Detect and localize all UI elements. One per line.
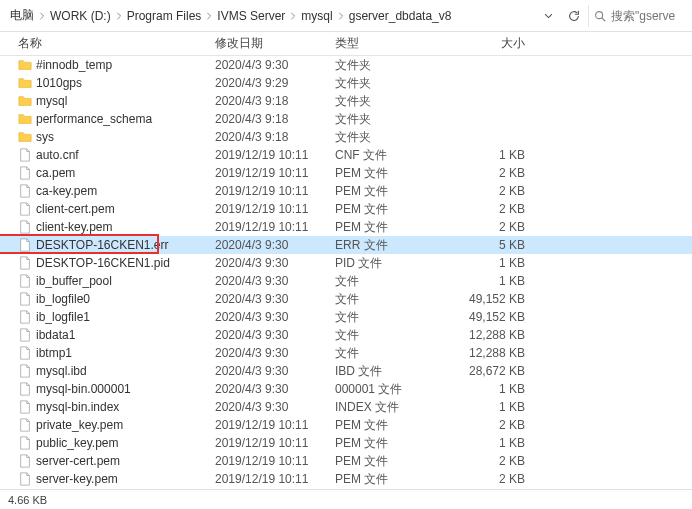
cell-date: 2019/12/19 10:11 [215, 416, 335, 434]
refresh-button[interactable] [562, 4, 586, 28]
table-row[interactable]: performance_schema2020/4/3 9:18文件夹 [0, 110, 692, 128]
table-row[interactable]: client-key.pem2019/12/19 10:11PEM 文件2 KB [0, 218, 692, 236]
column-name[interactable]: 名称 [0, 35, 215, 52]
cell-date: 2020/4/3 9:30 [215, 236, 335, 254]
cell-date: 2020/4/3 9:30 [215, 290, 335, 308]
chevron-right-icon [113, 9, 125, 23]
breadcrumb-segment[interactable]: mysql [301, 9, 332, 23]
cell-name: server-key.pem [0, 470, 215, 486]
table-row[interactable]: ibtmp12020/4/3 9:30文件12,288 KB [0, 344, 692, 362]
breadcrumb[interactable]: 电脑WORK (D:)Program FilesIVMS Servermysql… [4, 7, 534, 24]
folder-icon [18, 76, 32, 90]
cell-type: PEM 文件 [335, 434, 435, 452]
cell-date: 2020/4/3 9:30 [215, 362, 335, 380]
cell-date: 2020/4/3 9:30 [215, 254, 335, 272]
file-name: DESKTOP-16CKEN1.err [36, 236, 169, 254]
cell-type: PEM 文件 [335, 452, 435, 470]
cell-name: mysql-bin.index [0, 398, 215, 416]
table-row[interactable]: public_key.pem2019/12/19 10:11PEM 文件1 KB [0, 434, 692, 452]
file-icon [18, 382, 32, 396]
table-row[interactable]: 1010gps2020/4/3 9:29文件夹 [0, 74, 692, 92]
cell-size: 1 KB [435, 380, 545, 398]
search-input[interactable] [611, 9, 684, 23]
table-row[interactable]: mysql.ibd2020/4/3 9:30IBD 文件28,672 KB [0, 362, 692, 380]
cell-size: 12,288 KB [435, 326, 545, 344]
cell-date: 2020/4/3 9:30 [215, 308, 335, 326]
cell-name: client-key.pem [0, 218, 215, 236]
table-row[interactable]: mysql2020/4/3 9:18文件夹 [0, 92, 692, 110]
search-box[interactable] [588, 5, 688, 27]
cell-type: PEM 文件 [335, 218, 435, 236]
cell-name: ib_logfile0 [0, 290, 215, 308]
table-row[interactable]: DESKTOP-16CKEN1.pid2020/4/3 9:30PID 文件1 … [0, 254, 692, 272]
breadcrumb-segment[interactable]: Program Files [127, 9, 202, 23]
folder-icon [18, 112, 32, 126]
table-row[interactable]: #innodb_temp2020/4/3 9:30文件夹 [0, 56, 692, 74]
table-row[interactable]: server-key.pem2019/12/19 10:11PEM 文件2 KB [0, 470, 692, 486]
cell-date: 2019/12/19 10:11 [215, 218, 335, 236]
table-row[interactable]: ca-key.pem2019/12/19 10:11PEM 文件2 KB [0, 182, 692, 200]
table-row[interactable]: DESKTOP-16CKEN1.err2020/4/3 9:30ERR 文件5 … [0, 236, 692, 254]
breadcrumb-segment[interactable]: 电脑 [10, 7, 34, 24]
file-name: client-key.pem [36, 218, 112, 236]
table-row[interactable]: ib_buffer_pool2020/4/3 9:30文件1 KB [0, 272, 692, 290]
column-header: 名称 修改日期 类型 大小 [0, 32, 692, 56]
cell-date: 2020/4/3 9:30 [215, 380, 335, 398]
cell-name: DESKTOP-16CKEN1.err [0, 236, 215, 254]
breadcrumb-segment[interactable]: IVMS Server [217, 9, 285, 23]
column-size[interactable]: 大小 [435, 35, 545, 52]
breadcrumb-segment[interactable]: WORK (D:) [50, 9, 111, 23]
table-row[interactable]: sys2020/4/3 9:18文件夹 [0, 128, 692, 146]
file-icon [18, 220, 32, 234]
file-name: ca.pem [36, 164, 75, 182]
cell-size: 1 KB [435, 254, 545, 272]
table-row[interactable]: ca.pem2019/12/19 10:11PEM 文件2 KB [0, 164, 692, 182]
table-row[interactable]: ib_logfile02020/4/3 9:30文件49,152 KB [0, 290, 692, 308]
file-name: mysql [36, 92, 67, 110]
table-row[interactable]: client-cert.pem2019/12/19 10:11PEM 文件2 K… [0, 200, 692, 218]
cell-name: performance_schema [0, 110, 215, 128]
table-row[interactable]: server-cert.pem2019/12/19 10:11PEM 文件2 K… [0, 452, 692, 470]
cell-date: 2019/12/19 10:11 [215, 470, 335, 486]
cell-name: ib_buffer_pool [0, 272, 215, 290]
table-row[interactable]: mysql-bin.0000012020/4/3 9:30000001 文件1 … [0, 380, 692, 398]
cell-name: server-cert.pem [0, 452, 215, 470]
table-row[interactable]: ib_logfile12020/4/3 9:30文件49,152 KB [0, 308, 692, 326]
cell-type: PEM 文件 [335, 200, 435, 218]
cell-type: PEM 文件 [335, 164, 435, 182]
cell-type: 文件 [335, 344, 435, 362]
table-row[interactable]: auto.cnf2019/12/19 10:11CNF 文件1 KB [0, 146, 692, 164]
history-dropdown-button[interactable] [536, 4, 560, 28]
file-name: #innodb_temp [36, 56, 112, 74]
file-list[interactable]: #innodb_temp2020/4/3 9:30文件夹1010gps2020/… [0, 56, 692, 486]
table-row[interactable]: mysql-bin.index2020/4/3 9:30INDEX 文件1 KB [0, 398, 692, 416]
cell-type: 文件 [335, 326, 435, 344]
file-name: 1010gps [36, 74, 82, 92]
cell-type: 文件夹 [335, 110, 435, 128]
cell-type: ERR 文件 [335, 236, 435, 254]
file-icon [18, 148, 32, 162]
file-name: mysql-bin.index [36, 398, 119, 416]
cell-name: client-cert.pem [0, 200, 215, 218]
file-icon [18, 202, 32, 216]
cell-name: ca-key.pem [0, 182, 215, 200]
cell-type: 文件夹 [335, 92, 435, 110]
file-name: mysql.ibd [36, 362, 87, 380]
file-name: performance_schema [36, 110, 152, 128]
cell-size: 2 KB [435, 452, 545, 470]
cell-name: ca.pem [0, 164, 215, 182]
cell-date: 2019/12/19 10:11 [215, 434, 335, 452]
file-icon [18, 436, 32, 450]
column-date[interactable]: 修改日期 [215, 35, 335, 52]
cell-size: 12,288 KB [435, 344, 545, 362]
cell-size: 2 KB [435, 470, 545, 486]
column-type[interactable]: 类型 [335, 35, 435, 52]
table-row[interactable]: private_key.pem2019/12/19 10:11PEM 文件2 K… [0, 416, 692, 434]
file-icon [18, 238, 32, 252]
cell-date: 2019/12/19 10:11 [215, 164, 335, 182]
breadcrumb-segment[interactable]: gserver_dbdata_v8 [349, 9, 452, 23]
table-row[interactable]: ibdata12020/4/3 9:30文件12,288 KB [0, 326, 692, 344]
file-icon [18, 400, 32, 414]
file-icon [18, 472, 32, 486]
file-icon [18, 310, 32, 324]
